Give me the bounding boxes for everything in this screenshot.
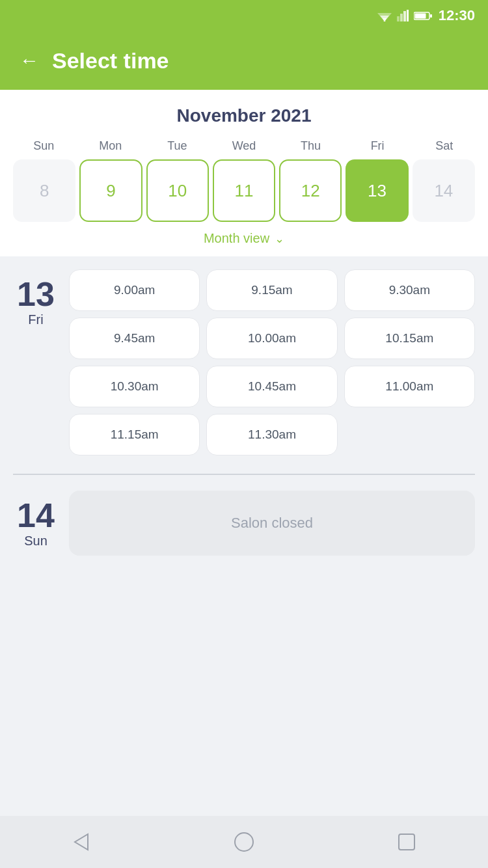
salon-closed-box: Salon closed xyxy=(69,491,475,556)
weekday-sun: Sun xyxy=(10,139,77,153)
slot-1030am[interactable]: 10.30am xyxy=(69,366,200,407)
svg-rect-4 xyxy=(397,16,400,21)
svg-rect-13 xyxy=(399,834,414,850)
status-bar: 12:30 xyxy=(0,0,488,31)
weekday-tue: Tue xyxy=(144,139,211,153)
svg-rect-6 xyxy=(403,11,406,21)
wifi-icon xyxy=(377,10,392,21)
slot-915am[interactable]: 9.15am xyxy=(206,269,337,311)
day-9[interactable]: 9 xyxy=(79,159,142,222)
slots-grid-13: 9.00am 9.15am 9.30am 9.45am 10.00am 10.1… xyxy=(69,269,475,455)
slot-1130am[interactable]: 11.30am xyxy=(206,414,337,455)
salon-closed-label: Salon closed xyxy=(231,515,313,532)
day-block-13: 13 Fri 9.00am 9.15am 9.30am 9.45am 10.00… xyxy=(13,269,475,455)
svg-rect-9 xyxy=(414,13,426,18)
days-row: 8 9 10 11 12 13 14 xyxy=(10,159,478,222)
nav-recents-button[interactable] xyxy=(395,830,418,854)
slot-1115am[interactable]: 11.15am xyxy=(69,414,200,455)
svg-marker-11 xyxy=(75,834,88,850)
nav-back-button[interactable] xyxy=(70,830,93,854)
back-button[interactable]: ← xyxy=(20,51,39,70)
app-header: ← Select time xyxy=(0,31,488,90)
bottom-navigation xyxy=(0,816,488,868)
slot-930am[interactable]: 9.30am xyxy=(344,269,475,311)
weekday-fri: Fri xyxy=(344,139,411,153)
month-view-toggle[interactable]: Month view ⌄ xyxy=(10,222,478,249)
slot-900am[interactable]: 9.00am xyxy=(69,269,200,311)
day-label-14: 14 Sun xyxy=(13,491,59,556)
home-circle-icon xyxy=(232,830,256,854)
day-number-13: 13 xyxy=(17,277,55,311)
slot-945am[interactable]: 9.45am xyxy=(69,318,200,359)
status-icons xyxy=(377,10,432,21)
slot-1000am[interactable]: 10.00am xyxy=(206,318,337,359)
time-slots-section: 13 Fri 9.00am 9.15am 9.30am 9.45am 10.00… xyxy=(0,256,488,626)
calendar-section: November 2021 Sun Mon Tue Wed Thu Fri Sa… xyxy=(0,90,488,256)
weekday-thu: Thu xyxy=(277,139,344,153)
month-view-label: Month view xyxy=(204,231,269,246)
svg-rect-10 xyxy=(430,14,432,18)
weekday-wed: Wed xyxy=(211,139,278,153)
day-8: 8 xyxy=(13,159,75,222)
weekday-sat: Sat xyxy=(411,139,478,153)
recents-square-icon xyxy=(395,830,418,854)
day-11[interactable]: 11 xyxy=(213,159,275,222)
month-title: November 2021 xyxy=(10,105,478,126)
slot-1100am[interactable]: 11.00am xyxy=(344,366,475,407)
chevron-down-icon: ⌄ xyxy=(275,232,284,246)
weekday-row: Sun Mon Tue Wed Thu Fri Sat xyxy=(10,139,478,153)
nav-home-button[interactable] xyxy=(232,830,256,854)
signal-icon xyxy=(397,10,409,21)
weekday-mon: Mon xyxy=(77,139,144,153)
day-14: 14 xyxy=(413,159,475,222)
day-13[interactable]: 13 xyxy=(346,159,408,222)
day-label-13: 13 Fri xyxy=(13,269,59,455)
slot-1015am[interactable]: 10.15am xyxy=(344,318,475,359)
svg-point-12 xyxy=(235,833,253,851)
day-block-14: 14 Sun Salon closed xyxy=(13,491,475,556)
day-name-14: Sun xyxy=(24,534,47,549)
page-title: Select time xyxy=(52,48,169,74)
svg-rect-5 xyxy=(400,14,403,21)
day-10[interactable]: 10 xyxy=(146,159,209,222)
back-triangle-icon xyxy=(70,830,93,854)
status-time: 12:30 xyxy=(439,7,475,24)
battery-icon xyxy=(414,11,432,21)
day-number-14: 14 xyxy=(17,498,55,532)
svg-rect-7 xyxy=(407,10,409,21)
day-12[interactable]: 12 xyxy=(279,159,342,222)
divider xyxy=(13,474,475,475)
slot-1045am[interactable]: 10.45am xyxy=(206,366,337,407)
day-name-13: Fri xyxy=(28,312,43,327)
